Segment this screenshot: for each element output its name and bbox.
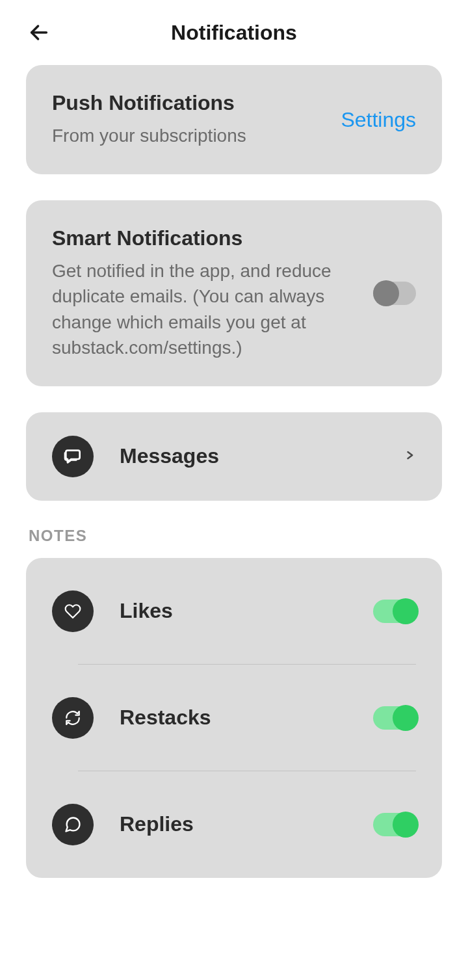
likes-label: Likes (120, 599, 347, 623)
push-notifications-card: Push Notifications From your subscriptio… (26, 65, 442, 174)
messages-icon (62, 446, 83, 467)
replies-toggle[interactable] (373, 813, 416, 836)
back-button[interactable] (26, 20, 52, 46)
replies-row: Replies (26, 771, 442, 878)
chevron-right-icon (403, 445, 416, 468)
reply-icon (64, 815, 82, 834)
toggle-knob (373, 280, 399, 306)
replies-label: Replies (120, 812, 347, 836)
toggle-knob (393, 812, 419, 838)
toggle-knob (393, 705, 419, 731)
notes-list-card: Likes Restacks (26, 558, 442, 878)
toggle-knob (393, 598, 419, 624)
push-notifications-settings-link[interactable]: Settings (341, 108, 416, 132)
header: Notifications (0, 0, 468, 65)
back-arrow-icon (28, 21, 50, 44)
push-notifications-subtitle: From your subscriptions (52, 123, 325, 148)
heart-icon (64, 603, 81, 620)
page-title: Notifications (26, 21, 442, 45)
likes-icon-circle (52, 590, 94, 632)
smart-notifications-card: Smart Notifications Get notified in the … (26, 200, 442, 386)
restacks-icon-circle (52, 697, 94, 739)
push-notifications-title: Push Notifications (52, 91, 325, 115)
messages-icon-circle (52, 436, 94, 477)
restack-icon (64, 709, 81, 726)
notes-section-label: Notes (29, 527, 442, 545)
likes-row: Likes (26, 558, 442, 665)
smart-notifications-subtitle: Get notified in the app, and reduce dupl… (52, 258, 358, 360)
smart-notifications-toggle[interactable] (373, 282, 416, 305)
messages-row[interactable]: Messages (26, 412, 442, 501)
likes-toggle[interactable] (373, 600, 416, 623)
messages-label: Messages (120, 444, 377, 468)
smart-notifications-title: Smart Notifications (52, 226, 358, 250)
restacks-toggle[interactable] (373, 706, 416, 730)
replies-icon-circle (52, 804, 94, 845)
restacks-row: Restacks (26, 665, 442, 771)
notifications-settings-screen: Notifications Push Notifications From yo… (0, 0, 468, 980)
restacks-label: Restacks (120, 706, 347, 730)
